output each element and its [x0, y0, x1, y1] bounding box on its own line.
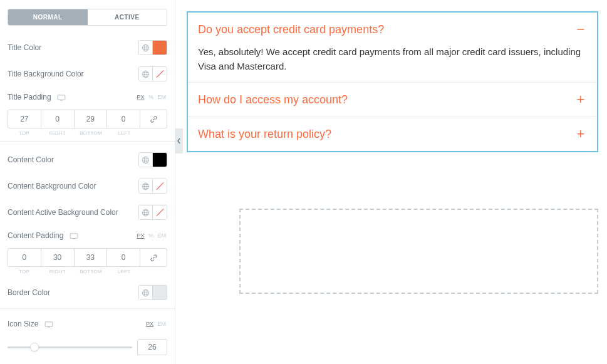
icon-size-label: Icon Size: [8, 320, 53, 328]
global-color-button[interactable]: [139, 286, 153, 299]
border-color-control: [138, 285, 167, 300]
icon-size-slider-row: [8, 334, 167, 361]
global-color-button[interactable]: [139, 153, 153, 167]
expand-icon: +: [574, 126, 587, 142]
state-tabs-title: NORMAL ACTIVE: [8, 9, 167, 26]
content-padding-header: Content Padding PX % EM: [8, 226, 167, 246]
border-color-swatch[interactable]: [153, 286, 167, 299]
content-padding-bottom[interactable]: [75, 249, 107, 266]
accordion-body: Yes, absolutely! We accept credit card p…: [198, 45, 587, 73]
responsive-icon[interactable]: [44, 321, 53, 328]
title-bg-control: [138, 66, 167, 81]
content-color-row: Content Color: [8, 147, 167, 173]
content-color-swatch[interactable]: [153, 153, 167, 167]
divider: [0, 141, 175, 142]
responsive-icon[interactable]: [57, 95, 66, 101]
accordion-widget[interactable]: Do you accept credit card payments? − Ye…: [187, 11, 598, 152]
content-active-bg-control: [138, 205, 167, 220]
accordion-item: Do you accept credit card payments? − Ye…: [188, 13, 597, 83]
title-color-row: Title Color: [8, 34, 167, 61]
content-bg-control: [138, 179, 167, 194]
content-bg-row: Content Background Color: [8, 173, 167, 199]
accordion-header[interactable]: What is your return policy? +: [198, 126, 587, 142]
svg-rect-4: [58, 95, 65, 100]
content-color-label: Content Color: [8, 155, 54, 164]
global-color-button[interactable]: [139, 67, 153, 81]
unit-switcher[interactable]: PX EM: [145, 321, 167, 327]
link-icon: [150, 115, 158, 123]
content-active-bg-row: Content Active Background Color: [8, 199, 167, 226]
svg-rect-14: [45, 322, 53, 327]
collapse-icon: −: [574, 21, 587, 38]
content-bg-swatch-none[interactable]: [153, 179, 167, 193]
preview-canvas: Do you accept credit card payments? − Ye…: [175, 0, 607, 364]
title-padding-right[interactable]: [41, 110, 74, 128]
title-color-control: [138, 40, 167, 55]
accordion-item: How do I access my account? +: [188, 83, 597, 117]
icon-size-slider[interactable]: [8, 346, 132, 348]
globe-icon: [142, 44, 150, 52]
expand-icon: +: [574, 91, 587, 108]
title-padding-left[interactable]: [107, 110, 140, 128]
global-color-button[interactable]: [139, 41, 153, 55]
title-bg-label: Title Background Color: [8, 70, 84, 78]
title-padding-header: Title Padding PX % EM: [8, 87, 167, 107]
accordion-title: Do you accept credit card payments?: [198, 23, 384, 36]
icon-size-header: Icon Size PX EM: [8, 314, 167, 334]
globe-icon: [142, 209, 150, 217]
content-padding-top[interactable]: [8, 249, 41, 266]
title-color-label: Title Color: [8, 43, 41, 52]
content-color-control: [138, 152, 167, 167]
icon-size-value[interactable]: [137, 339, 167, 355]
title-padding-top[interactable]: [8, 110, 41, 128]
border-color-label: Border Color: [8, 288, 50, 297]
global-color-button[interactable]: [139, 205, 153, 219]
link-values-button[interactable]: [140, 110, 167, 128]
globe-icon: [142, 182, 150, 190]
content-bg-label: Content Background Color: [8, 182, 96, 190]
title-bg-row: Title Background Color: [8, 61, 167, 87]
content-padding-label: Content Padding: [8, 231, 78, 240]
style-panel: NORMAL ACTIVE Title Color Title Backgrou…: [0, 0, 175, 364]
unit-switcher[interactable]: PX % EM: [135, 94, 167, 100]
content-padding-left[interactable]: [107, 249, 140, 266]
padding-labels: TOPRIGHTBOTTOMLEFT: [8, 269, 167, 274]
accordion-header[interactable]: How do I access my account? +: [198, 91, 587, 108]
globe-icon: [142, 156, 150, 164]
tab-normal[interactable]: NORMAL: [8, 9, 88, 25]
empty-section-placeholder[interactable]: [239, 209, 598, 294]
content-padding-right[interactable]: [41, 249, 74, 266]
link-values-button[interactable]: [140, 249, 167, 266]
accordion-title: What is your return policy?: [198, 128, 331, 141]
global-color-button[interactable]: [139, 179, 153, 193]
content-active-bg-swatch-none[interactable]: [153, 205, 167, 219]
link-icon: [150, 254, 158, 262]
title-bg-swatch-none[interactable]: [153, 67, 167, 81]
divider: [0, 308, 175, 309]
content-active-bg-label: Content Active Background Color: [8, 208, 118, 217]
unit-switcher[interactable]: PX % EM: [135, 232, 167, 239]
title-padding-label: Title Padding: [8, 93, 66, 101]
padding-labels: TOPRIGHTBOTTOMLEFT: [8, 130, 167, 136]
title-padding-bottom[interactable]: [75, 110, 107, 128]
title-color-swatch[interactable]: [153, 41, 167, 55]
svg-rect-11: [70, 234, 78, 239]
accordion-title: How do I access my account?: [198, 93, 348, 107]
content-padding-inputs: [8, 248, 167, 267]
globe-icon: [142, 70, 150, 78]
slider-thumb[interactable]: [30, 343, 39, 351]
accordion-header[interactable]: Do you accept credit card payments? −: [198, 21, 587, 38]
responsive-icon[interactable]: [70, 233, 78, 239]
border-color-row: Border Color: [8, 279, 167, 306]
accordion-item: What is your return policy? +: [188, 117, 597, 151]
globe-icon: [142, 289, 150, 297]
title-padding-inputs: [8, 110, 167, 128]
tab-active[interactable]: ACTIVE: [88, 9, 167, 25]
